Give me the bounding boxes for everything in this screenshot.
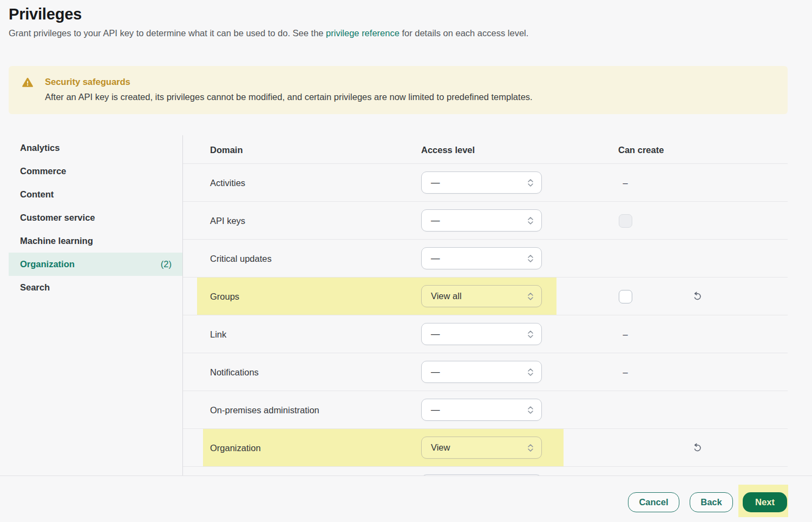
page-title: Privileges xyxy=(9,5,528,23)
domain-label: Notifications xyxy=(210,367,259,377)
warning-title: Security safeguards xyxy=(45,77,130,87)
can-create-checkbox-disabled xyxy=(619,214,632,228)
select-value: — xyxy=(431,215,527,226)
row-notifications: Notifications — – xyxy=(183,353,788,391)
undo-icon xyxy=(691,442,703,454)
table-header: Domain Access level Can create xyxy=(183,135,788,163)
domain-label: Organization xyxy=(210,442,261,453)
select-value: — xyxy=(431,405,527,415)
column-header-domain: Domain xyxy=(210,145,243,155)
select-value: — xyxy=(431,177,527,188)
select-value: — xyxy=(431,253,527,263)
access-level-select-api-keys[interactable]: — xyxy=(421,209,542,232)
sidebar-item-label: Content xyxy=(20,189,54,200)
access-level-select-on-premises[interactable]: — xyxy=(421,399,542,421)
can-create-dash: – xyxy=(623,329,627,340)
sidebar-item-analytics[interactable]: Analytics xyxy=(9,136,182,160)
sidebar-item-label: Analytics xyxy=(20,143,60,153)
cancel-button[interactable]: Cancel xyxy=(628,492,679,512)
row-api-keys: API keys — xyxy=(183,201,788,239)
back-button[interactable]: Back xyxy=(690,492,733,512)
column-header-access-level: Access level xyxy=(421,145,475,155)
undo-button[interactable] xyxy=(686,286,708,307)
access-level-select-organization[interactable]: View xyxy=(421,437,542,459)
category-sidebar: Analytics Commerce Content Customer serv… xyxy=(9,136,182,299)
access-level-select-clipped[interactable] xyxy=(421,474,542,476)
row-groups: Groups View all xyxy=(183,277,788,315)
column-header-can-create: Can create xyxy=(618,145,664,155)
sidebar-item-commerce[interactable]: Commerce xyxy=(9,160,182,183)
sidebar-item-label: Machine learning xyxy=(20,236,93,246)
row-on-premises-administration: On-premises administration — xyxy=(183,391,788,428)
sidebar-item-label: Organization xyxy=(20,259,75,269)
sidebar-item-machine-learning[interactable]: Machine learning xyxy=(9,229,182,253)
chevron-up-down-icon xyxy=(527,254,534,263)
row-activities: Activities — – xyxy=(183,163,788,201)
security-safeguards-banner: Security safeguards After an API key is … xyxy=(9,66,788,114)
next-button[interactable]: Next xyxy=(743,492,787,512)
row-clipped xyxy=(183,466,788,476)
sidebar-item-content[interactable]: Content xyxy=(9,183,182,206)
sidebar-item-label: Search xyxy=(20,282,50,293)
undo-icon xyxy=(691,290,703,303)
chevron-up-down-icon xyxy=(527,178,534,188)
privileges-table: Domain Access level Can create Activitie… xyxy=(183,135,788,476)
domain-label: Critical updates xyxy=(210,253,272,263)
select-value: View all xyxy=(431,291,527,301)
can-create-dash: – xyxy=(623,178,627,188)
select-value: — xyxy=(431,367,527,377)
sidebar-item-label: Commerce xyxy=(20,166,66,176)
can-create-checkbox[interactable] xyxy=(619,290,632,303)
subtitle-text-after: for details on each access level. xyxy=(400,28,528,38)
warning-body: After an API key is created, its privile… xyxy=(45,92,533,102)
privileges-content: Analytics Commerce Content Customer serv… xyxy=(0,135,812,476)
select-value: — xyxy=(431,329,527,339)
chevron-up-down-icon xyxy=(527,443,534,453)
sidebar-item-search[interactable]: Search xyxy=(9,276,182,299)
page-subtitle: Grant privileges to your API key to dete… xyxy=(9,28,528,38)
domain-label: API keys xyxy=(210,215,245,226)
chevron-up-down-icon xyxy=(527,367,534,377)
subtitle-text-before: Grant privileges to your API key to dete… xyxy=(9,28,326,38)
can-create-dash: – xyxy=(623,367,627,378)
undo-button[interactable] xyxy=(686,437,708,459)
sidebar-item-organization[interactable]: Organization (2) xyxy=(9,253,182,276)
row-organization: Organization View xyxy=(183,428,788,466)
selected-count-badge: (2) xyxy=(161,259,172,269)
privilege-reference-link[interactable]: privilege reference xyxy=(326,28,400,38)
sidebar-item-customer-service[interactable]: Customer service xyxy=(9,206,182,229)
access-level-select-link[interactable]: — xyxy=(421,323,542,345)
domain-label: Groups xyxy=(210,291,239,301)
chevron-up-down-icon xyxy=(527,216,534,226)
domain-label: Activities xyxy=(210,177,245,188)
access-level-select-groups[interactable]: View all xyxy=(421,285,542,307)
access-level-select-notifications[interactable]: — xyxy=(421,361,542,383)
row-link: Link — – xyxy=(183,315,788,353)
page-header: Privileges Grant privileges to your API … xyxy=(9,5,528,38)
domain-label: Link xyxy=(210,329,226,339)
chevron-up-down-icon xyxy=(527,405,534,415)
chevron-up-down-icon xyxy=(527,292,534,301)
access-level-select-critical-updates[interactable]: — xyxy=(421,247,542,269)
domain-label: On-premises administration xyxy=(210,405,319,415)
access-level-select-activities[interactable]: — xyxy=(421,171,542,194)
warning-triangle-icon xyxy=(22,77,33,88)
row-critical-updates: Critical updates — xyxy=(183,239,788,277)
select-value: View xyxy=(431,442,527,453)
chevron-up-down-icon xyxy=(527,329,534,339)
sidebar-item-label: Customer service xyxy=(20,213,95,223)
